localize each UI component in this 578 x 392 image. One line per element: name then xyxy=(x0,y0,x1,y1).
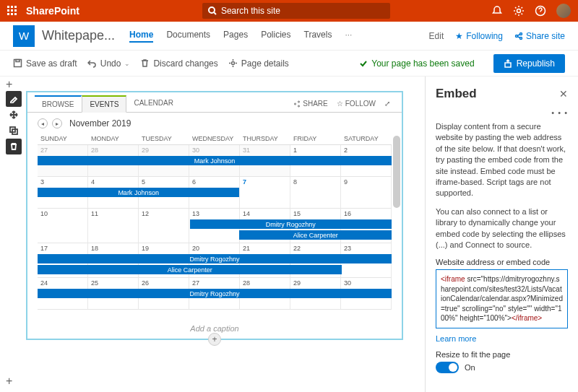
nav-pages[interactable]: Pages xyxy=(223,30,248,43)
calendar-event[interactable]: Alice Carpenter xyxy=(38,265,342,274)
notifications-icon[interactable] xyxy=(491,5,503,17)
calendar-week: 24 25 26 27 28 29 30 Dmitry Rogozhny xyxy=(38,278,392,310)
discard-label: Discard changes xyxy=(153,58,217,69)
wp-share[interactable]: SHARE xyxy=(293,100,327,108)
nav-home[interactable]: Home xyxy=(129,30,153,43)
svg-line-8 xyxy=(517,36,519,38)
saved-label: Your page has been saved xyxy=(371,58,474,69)
month-title: November 2019 xyxy=(69,118,131,129)
calendar-event[interactable]: Dmitry Rogozhny xyxy=(38,289,392,298)
republish-button[interactable]: Republish xyxy=(493,54,565,73)
add-webpart-button[interactable]: + xyxy=(208,333,221,346)
site-name[interactable]: Whitepape... xyxy=(42,28,115,43)
undo-icon xyxy=(87,58,97,68)
calendar-event[interactable]: Alice Carpenter xyxy=(239,230,392,240)
calendar-event[interactable]: Mark Johnson xyxy=(38,188,239,197)
panel-description-2: You can also connect to a list or librar… xyxy=(436,206,568,251)
app-launcher-icon[interactable] xyxy=(7,6,17,16)
calendar-area: ◂ ▸ November 2019 SUNDAY MONDAY TUESDAY … xyxy=(27,113,402,318)
svg-rect-10 xyxy=(16,60,20,62)
day-cell[interactable]: 7 xyxy=(240,177,290,208)
nav-more[interactable]: ··· xyxy=(345,30,352,43)
wp-follow-label: FOLLOW xyxy=(345,100,376,108)
saved-status: Your page has been saved xyxy=(359,58,474,69)
learn-more-link[interactable]: Learn more xyxy=(436,334,568,343)
day-cell[interactable]: 9 xyxy=(341,177,392,208)
calendar-week: 27 28 29 30 31 1 2 Mark Johnson xyxy=(38,145,392,177)
discard-button[interactable]: Discard changes xyxy=(140,58,217,69)
following-button[interactable]: ★ Following xyxy=(455,31,503,41)
add-section-bottom[interactable]: + xyxy=(6,375,12,388)
user-avatar[interactable] xyxy=(556,4,571,18)
help-icon[interactable] xyxy=(535,5,546,17)
site-logo[interactable]: W xyxy=(13,25,35,47)
edit-tool[interactable] xyxy=(6,91,22,107)
page-details-button[interactable]: Page details xyxy=(228,58,289,69)
tab-calendar[interactable]: CALENDAR xyxy=(126,95,180,112)
calendar-event[interactable]: Dmitry Rogozhny xyxy=(190,219,392,229)
following-label: Following xyxy=(466,31,503,41)
suite-app-name: SharePoint xyxy=(26,5,79,17)
panel-more-button[interactable]: • • • xyxy=(436,108,568,117)
trash-icon xyxy=(140,58,150,68)
calendar-event[interactable]: Dmitry Rogozhny xyxy=(38,254,392,263)
next-month-button[interactable]: ▸ xyxy=(52,118,62,129)
wp-focus[interactable]: ⤢ xyxy=(384,100,390,108)
calendar-week: 17 18 19 20 21 22 23 Dmitry Rogozhny Ali… xyxy=(38,243,392,278)
scrollbar-thumb[interactable] xyxy=(393,136,400,208)
tab-browse[interactable]: BROWSE xyxy=(35,95,82,112)
search-box[interactable]: Search this site xyxy=(202,3,390,19)
day-header: MONDAY xyxy=(88,133,139,144)
add-section-top[interactable]: + xyxy=(6,78,12,91)
share-site-label: Share site xyxy=(526,31,565,41)
resize-toggle[interactable] xyxy=(436,362,459,373)
page-details-label: Page details xyxy=(241,58,289,69)
gear-icon xyxy=(228,58,238,68)
calendar-grid: SUNDAY MONDAY TUESDAY WEDNESDAY THURSDAY… xyxy=(38,133,392,310)
share-site-button[interactable]: Share site xyxy=(514,31,565,41)
move-tool[interactable] xyxy=(6,107,22,123)
save-icon xyxy=(13,58,22,68)
calendar-event[interactable]: Mark Johnson xyxy=(38,156,392,165)
canvas: + + BROWSE EVENTS CALENDAR SHARE ☆ FOLLO… xyxy=(0,77,425,392)
calendar-week: 3 4 5 6 7 8 9 Mark Johnson xyxy=(38,177,392,209)
panel-description: Display content from a secure website by… xyxy=(436,121,568,199)
svg-rect-12 xyxy=(505,63,511,67)
day-cell[interactable]: 12 xyxy=(139,209,189,243)
month-nav: ◂ ▸ November 2019 xyxy=(38,118,392,129)
svg-point-2 xyxy=(517,9,521,13)
prev-month-button[interactable]: ◂ xyxy=(38,118,48,129)
svg-point-4 xyxy=(519,32,522,35)
toggle-state-label: On xyxy=(465,363,475,372)
panel-close-button[interactable]: ✕ xyxy=(559,88,568,100)
delete-tool[interactable] xyxy=(6,139,22,154)
embed-webpart[interactable]: BROWSE EVENTS CALENDAR SHARE ☆ FOLLOW ⤢ … xyxy=(26,91,403,340)
save-draft-button[interactable]: Save as draft xyxy=(13,58,77,69)
duplicate-tool[interactable] xyxy=(6,123,22,139)
code-open-tag: <iframe xyxy=(441,275,465,283)
resize-label: Resize to fit the page xyxy=(436,350,568,359)
day-header: TUESDAY xyxy=(139,133,189,144)
nav-documents[interactable]: Documents xyxy=(166,30,210,43)
svg-line-7 xyxy=(517,34,519,35)
panel-title: Embed xyxy=(436,87,477,101)
undo-button[interactable]: Undo ⌄ xyxy=(87,58,131,69)
nav-policies[interactable]: Policies xyxy=(261,30,290,43)
main-area: + + BROWSE EVENTS CALENDAR SHARE ☆ FOLLO… xyxy=(0,77,578,392)
day-cell[interactable]: 11 xyxy=(88,209,139,243)
wp-follow[interactable]: ☆ FOLLOW xyxy=(337,100,376,108)
settings-icon[interactable] xyxy=(513,5,525,17)
day-cell[interactable]: 10 xyxy=(38,209,88,243)
tab-events[interactable]: EVENTS xyxy=(82,95,126,113)
day-header: THURSDAY xyxy=(240,133,290,144)
day-header: SUNDAY xyxy=(38,133,88,144)
nav-travels[interactable]: Travels xyxy=(304,30,332,43)
undo-label: Undo xyxy=(100,58,121,69)
day-header: SATURDAY xyxy=(341,133,392,144)
ribbon-tabs: BROWSE EVENTS CALENDAR SHARE ☆ FOLLOW ⤢ xyxy=(27,92,402,113)
edit-link[interactable]: Edit xyxy=(429,31,444,41)
republish-label: Republish xyxy=(517,58,555,69)
day-cell[interactable]: 8 xyxy=(290,177,341,208)
search-placeholder: Search this site xyxy=(221,6,280,16)
embed-code-input[interactable]: <iframe src="https://dmitryrogozhny.shar… xyxy=(436,269,568,328)
